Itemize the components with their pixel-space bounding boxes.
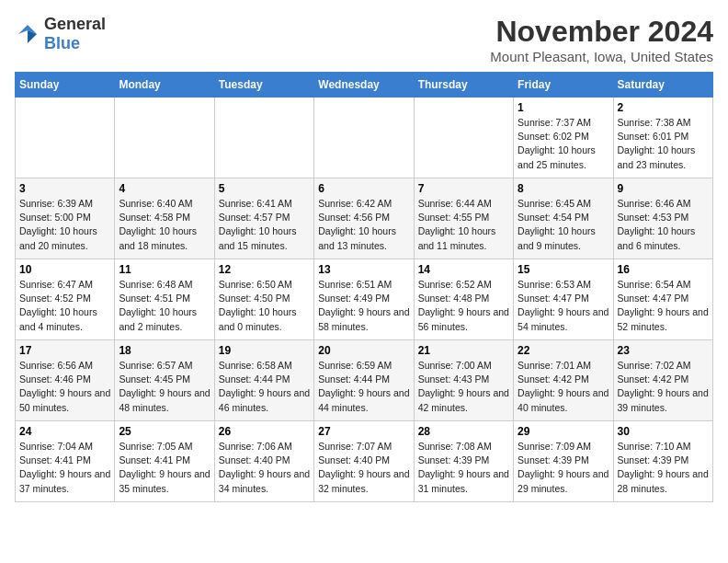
calendar-cell: 23Sunrise: 7:02 AM Sunset: 4:42 PM Dayli… (613, 340, 712, 421)
calendar-body: 1Sunrise: 7:37 AM Sunset: 6:02 PM Daylig… (16, 98, 713, 502)
day-info: Sunrise: 6:53 AM Sunset: 4:47 PM Dayligh… (518, 278, 609, 334)
calendar-cell: 2Sunrise: 7:38 AM Sunset: 6:01 PM Daylig… (613, 98, 712, 178)
day-info: Sunrise: 7:38 AM Sunset: 6:01 PM Dayligh… (618, 116, 709, 172)
day-number: 30 (618, 425, 709, 438)
weekday-header-monday: Monday (115, 73, 214, 98)
day-info: Sunrise: 6:40 AM Sunset: 4:58 PM Dayligh… (119, 197, 210, 253)
day-info: Sunrise: 7:06 AM Sunset: 4:40 PM Dayligh… (219, 440, 310, 496)
calendar-cell: 22Sunrise: 7:01 AM Sunset: 4:42 PM Dayli… (514, 340, 613, 421)
day-info: Sunrise: 7:04 AM Sunset: 4:41 PM Dayligh… (19, 440, 110, 496)
calendar-cell: 4Sunrise: 6:40 AM Sunset: 4:58 PM Daylig… (115, 178, 214, 259)
calendar-cell: 3Sunrise: 6:39 AM Sunset: 5:00 PM Daylig… (16, 178, 115, 259)
day-number: 25 (119, 425, 210, 438)
day-number: 29 (518, 425, 609, 438)
weekday-header-row: SundayMondayTuesdayWednesdayThursdayFrid… (16, 73, 713, 98)
day-info: Sunrise: 6:57 AM Sunset: 4:45 PM Dayligh… (119, 359, 210, 415)
title-area: November 2024 Mount Pleasant, Iowa, Unit… (490, 15, 713, 64)
day-number: 2 (618, 101, 709, 114)
day-info: Sunrise: 6:59 AM Sunset: 4:44 PM Dayligh… (318, 359, 409, 415)
day-number: 21 (418, 344, 509, 357)
logo-icon (15, 21, 40, 47)
week-row-2: 3Sunrise: 6:39 AM Sunset: 5:00 PM Daylig… (16, 178, 713, 259)
day-info: Sunrise: 6:58 AM Sunset: 4:44 PM Dayligh… (219, 359, 310, 415)
calendar-cell: 17Sunrise: 6:56 AM Sunset: 4:46 PM Dayli… (16, 340, 115, 421)
day-info: Sunrise: 6:48 AM Sunset: 4:51 PM Dayligh… (119, 278, 210, 334)
day-number: 3 (19, 182, 110, 195)
day-number: 11 (119, 263, 210, 276)
calendar-cell: 8Sunrise: 6:45 AM Sunset: 4:54 PM Daylig… (514, 178, 613, 259)
calendar-cell: 10Sunrise: 6:47 AM Sunset: 4:52 PM Dayli… (16, 259, 115, 340)
day-number: 27 (318, 425, 409, 438)
calendar-cell: 18Sunrise: 6:57 AM Sunset: 4:45 PM Dayli… (115, 340, 214, 421)
calendar-cell: 1Sunrise: 7:37 AM Sunset: 6:02 PM Daylig… (514, 98, 613, 178)
day-info: Sunrise: 6:46 AM Sunset: 4:53 PM Dayligh… (618, 197, 709, 253)
weekday-header-thursday: Thursday (414, 73, 513, 98)
day-info: Sunrise: 7:01 AM Sunset: 4:42 PM Dayligh… (518, 359, 609, 415)
header: General Blue November 2024 Mount Pleasan… (15, 15, 713, 64)
day-number: 23 (618, 344, 709, 357)
calendar-cell (214, 98, 313, 178)
calendar-cell: 11Sunrise: 6:48 AM Sunset: 4:51 PM Dayli… (115, 259, 214, 340)
day-number: 19 (219, 344, 310, 357)
day-info: Sunrise: 7:05 AM Sunset: 4:41 PM Dayligh… (119, 440, 210, 496)
calendar-cell: 28Sunrise: 7:08 AM Sunset: 4:39 PM Dayli… (414, 421, 513, 502)
calendar-cell (115, 98, 214, 178)
calendar-cell: 30Sunrise: 7:10 AM Sunset: 4:39 PM Dayli… (613, 421, 712, 502)
day-number: 9 (618, 182, 709, 195)
day-number: 13 (318, 263, 409, 276)
day-number: 28 (418, 425, 509, 438)
day-info: Sunrise: 7:08 AM Sunset: 4:39 PM Dayligh… (418, 440, 509, 496)
day-info: Sunrise: 6:51 AM Sunset: 4:49 PM Dayligh… (318, 278, 409, 334)
calendar-cell: 7Sunrise: 6:44 AM Sunset: 4:55 PM Daylig… (414, 178, 513, 259)
calendar-cell: 21Sunrise: 7:00 AM Sunset: 4:43 PM Dayli… (414, 340, 513, 421)
week-row-4: 17Sunrise: 6:56 AM Sunset: 4:46 PM Dayli… (16, 340, 713, 421)
day-number: 24 (19, 425, 110, 438)
day-number: 16 (618, 263, 709, 276)
calendar-cell (16, 98, 115, 178)
calendar-cell: 27Sunrise: 7:07 AM Sunset: 4:40 PM Dayli… (314, 421, 414, 502)
day-info: Sunrise: 6:52 AM Sunset: 4:48 PM Dayligh… (418, 278, 509, 334)
day-number: 1 (518, 101, 609, 114)
weekday-header-saturday: Saturday (613, 73, 712, 98)
logo: General Blue (15, 15, 106, 53)
day-info: Sunrise: 7:37 AM Sunset: 6:02 PM Dayligh… (518, 116, 609, 172)
day-info: Sunrise: 6:45 AM Sunset: 4:54 PM Dayligh… (518, 197, 609, 253)
calendar-cell: 13Sunrise: 6:51 AM Sunset: 4:49 PM Dayli… (314, 259, 414, 340)
svg-marker-1 (28, 30, 37, 43)
calendar-cell (414, 98, 513, 178)
calendar-cell: 9Sunrise: 6:46 AM Sunset: 4:53 PM Daylig… (613, 178, 712, 259)
calendar-cell: 26Sunrise: 7:06 AM Sunset: 4:40 PM Dayli… (214, 421, 313, 502)
calendar-cell: 14Sunrise: 6:52 AM Sunset: 4:48 PM Dayli… (414, 259, 513, 340)
week-row-1: 1Sunrise: 7:37 AM Sunset: 6:02 PM Daylig… (16, 98, 713, 178)
calendar-cell: 25Sunrise: 7:05 AM Sunset: 4:41 PM Dayli… (115, 421, 214, 502)
day-number: 6 (318, 182, 409, 195)
week-row-5: 24Sunrise: 7:04 AM Sunset: 4:41 PM Dayli… (16, 421, 713, 502)
day-number: 4 (119, 182, 210, 195)
day-number: 14 (418, 263, 509, 276)
week-row-3: 10Sunrise: 6:47 AM Sunset: 4:52 PM Dayli… (16, 259, 713, 340)
calendar-cell: 20Sunrise: 6:59 AM Sunset: 4:44 PM Dayli… (314, 340, 414, 421)
day-number: 20 (318, 344, 409, 357)
calendar-cell: 24Sunrise: 7:04 AM Sunset: 4:41 PM Dayli… (16, 421, 115, 502)
calendar-cell (314, 98, 414, 178)
weekday-header-tuesday: Tuesday (214, 73, 313, 98)
day-info: Sunrise: 6:56 AM Sunset: 4:46 PM Dayligh… (19, 359, 110, 415)
day-info: Sunrise: 6:47 AM Sunset: 4:52 PM Dayligh… (19, 278, 110, 334)
logo-text-blue: Blue (44, 34, 80, 52)
calendar-cell: 12Sunrise: 6:50 AM Sunset: 4:50 PM Dayli… (214, 259, 313, 340)
weekday-header-sunday: Sunday (16, 73, 115, 98)
weekday-header-friday: Friday (514, 73, 613, 98)
calendar-cell: 5Sunrise: 6:41 AM Sunset: 4:57 PM Daylig… (214, 178, 313, 259)
day-info: Sunrise: 7:02 AM Sunset: 4:42 PM Dayligh… (618, 359, 709, 415)
weekday-header-wednesday: Wednesday (314, 73, 414, 98)
calendar-cell: 16Sunrise: 6:54 AM Sunset: 4:47 PM Dayli… (613, 259, 712, 340)
calendar-cell: 6Sunrise: 6:42 AM Sunset: 4:56 PM Daylig… (314, 178, 414, 259)
day-number: 7 (418, 182, 509, 195)
day-number: 26 (219, 425, 310, 438)
calendar-table: SundayMondayTuesdayWednesdayThursdayFrid… (15, 72, 713, 502)
day-info: Sunrise: 6:54 AM Sunset: 4:47 PM Dayligh… (618, 278, 709, 334)
day-number: 15 (518, 263, 609, 276)
calendar-cell: 19Sunrise: 6:58 AM Sunset: 4:44 PM Dayli… (214, 340, 313, 421)
calendar-cell: 15Sunrise: 6:53 AM Sunset: 4:47 PM Dayli… (514, 259, 613, 340)
day-info: Sunrise: 7:00 AM Sunset: 4:43 PM Dayligh… (418, 359, 509, 415)
